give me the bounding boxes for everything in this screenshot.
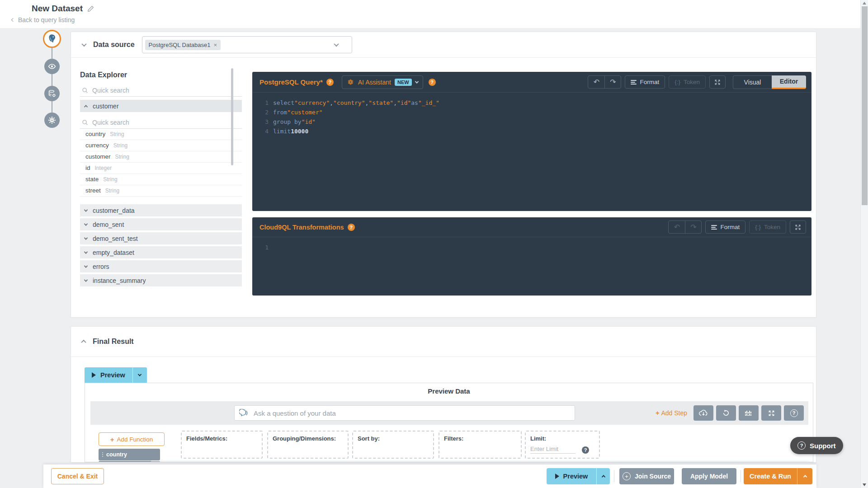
visual-editor-toggle: Visual Editor	[733, 75, 806, 89]
explorer-scrollbar[interactable]	[231, 68, 233, 165]
edit-pencil-icon[interactable]	[87, 5, 94, 12]
datasource-select[interactable]: PostgreSQL Database1 ×	[142, 36, 352, 53]
join-source-label: Join Source	[635, 473, 671, 480]
undo-icon[interactable]: ↶	[669, 221, 685, 233]
field-row-customer[interactable]: customer String	[80, 151, 242, 163]
help-icon[interactable]: ?	[326, 79, 334, 86]
tab-editor[interactable]: Editor	[772, 75, 806, 89]
fullscreen-button[interactable]	[790, 221, 806, 234]
fullscreen-button[interactable]	[709, 75, 726, 89]
rail-step-settings[interactable]	[44, 113, 60, 128]
token-button[interactable]: {:} Token	[669, 75, 706, 89]
field-row-state[interactable]: state String	[80, 174, 242, 185]
rail-step-datasource-postgresql[interactable]	[43, 30, 61, 48]
token-button[interactable]: {:} Token	[749, 221, 786, 234]
undo-icon[interactable]: ↶	[588, 76, 604, 88]
field-type: String	[113, 142, 127, 149]
scroll-up-arrow-icon[interactable]	[863, 2, 866, 5]
field-row-street[interactable]: street String	[80, 185, 242, 197]
help-button[interactable]: ?	[784, 405, 804, 421]
field-name: state	[85, 176, 99, 183]
sql-code-editor[interactable]: 1select "currency", "country", "state", …	[252, 93, 811, 136]
page-scrollbar[interactable]	[860, 0, 868, 488]
preview-toolbar-strip: + Add Step	[90, 401, 808, 425]
fullscreen-button[interactable]	[761, 405, 781, 421]
ai-assistant-button[interactable]: AI Assistant NEW	[342, 75, 423, 89]
expand-chevron-icon	[84, 222, 88, 225]
back-to-query-listing-link[interactable]: Back to query listing	[12, 16, 75, 23]
tab-visual[interactable]: Visual	[733, 75, 772, 89]
refresh-button[interactable]	[716, 405, 736, 421]
table-row-demo_sent_test[interactable]: demo_sent_test	[80, 232, 242, 244]
remove-tag-icon[interactable]: ×	[213, 42, 217, 48]
chart-button[interactable]	[739, 405, 759, 421]
table-row-customer_data[interactable]: customer_data	[80, 204, 242, 216]
code-token: from	[273, 108, 287, 117]
expand-chevron-icon	[84, 208, 88, 211]
code-token: 10000	[291, 127, 308, 136]
sql-panel-title-text: PostgreSQL Query*	[259, 78, 323, 86]
expand-chevron-icon	[84, 236, 88, 239]
limit-help-icon[interactable]: ?	[582, 446, 589, 454]
explorer-inner-search[interactable]	[80, 116, 242, 129]
divider	[71, 357, 816, 357]
explorer-inner-search-input[interactable]	[92, 119, 219, 126]
code-token: "id"	[302, 117, 316, 127]
transformations-header: Cloud9QL Transformations ? ↶ ↷ Format {:…	[252, 217, 811, 237]
create-run-split-button[interactable]: Create & Run	[744, 468, 812, 484]
sql-toolbar: ↶ ↷ Format {:} Token	[588, 75, 806, 89]
transformations-code-editor[interactable]: 1	[252, 237, 811, 252]
drop-zone-grouping-dimensions: Grouping/Dimensions:	[267, 431, 349, 459]
ask-question-box[interactable]	[234, 405, 575, 421]
preview-split-button[interactable]: Preview	[85, 367, 147, 383]
table-row-empty_dataset[interactable]: empty_dataset	[80, 246, 242, 258]
chart-icon	[745, 410, 753, 416]
create-run-options[interactable]	[797, 468, 812, 484]
explorer-search-input[interactable]	[92, 87, 219, 94]
collapse-chevron-icon	[84, 105, 88, 108]
expand-icon	[795, 224, 801, 230]
add-function-button[interactable]: + Add Function	[99, 432, 165, 446]
table-row-demo_sent[interactable]: demo_sent	[80, 218, 242, 230]
format-button[interactable]: Format	[705, 221, 745, 234]
top-bar: New Dataset Back to query listing	[0, 0, 860, 28]
table-row-errors[interactable]: errors	[80, 260, 242, 272]
preview-options-dropdown[interactable]	[132, 367, 147, 383]
field-row-country[interactable]: country String	[80, 129, 242, 140]
new-badge: NEW	[395, 79, 412, 86]
cancel-exit-button[interactable]: Cancel & Exit	[51, 468, 104, 484]
ask-question-input[interactable]	[254, 409, 570, 417]
final-result-header: Final Result	[71, 327, 816, 346]
support-button[interactable]: ? Support	[790, 437, 843, 454]
limit-input[interactable]	[530, 445, 576, 454]
ai-help-icon[interactable]: ?	[429, 79, 436, 86]
expand-icon	[714, 79, 721, 85]
redo-icon[interactable]: ↷	[685, 221, 701, 233]
help-icon[interactable]: ?	[348, 224, 355, 231]
field-chip-country[interactable]: country	[99, 449, 160, 460]
format-button[interactable]: Format	[625, 75, 665, 89]
add-step-button[interactable]: + Add Step	[656, 409, 687, 417]
data-explorer-title: Data Explorer	[80, 71, 242, 80]
scroll-down-arrow-icon[interactable]	[863, 483, 866, 486]
table-row-instance_summary[interactable]: instance_summary	[80, 274, 242, 286]
field-row-currency[interactable]: currency String	[80, 140, 242, 151]
join-source-button[interactable]: + Join Source	[619, 468, 674, 484]
rail-step-preview[interactable]	[44, 59, 60, 74]
redo-icon[interactable]: ↷	[604, 76, 621, 88]
apply-model-label: Apply Model	[690, 473, 728, 480]
footer-preview-options[interactable]	[596, 468, 610, 484]
explorer-search[interactable]	[80, 84, 242, 97]
field-row-id[interactable]: id Integer	[80, 163, 242, 174]
collapse-chevron-icon[interactable]	[81, 340, 86, 345]
drop-zone-limit: Limit: ?	[525, 431, 600, 459]
line-number: 1	[259, 98, 269, 108]
datasource-collapse-chevron-icon[interactable]	[81, 42, 86, 47]
drop-zone-label: Filters:	[444, 435, 463, 442]
apply-model-button[interactable]: Apply Model	[682, 468, 736, 484]
scrollbar-thumb[interactable]	[862, 6, 868, 205]
rail-step-data-settings[interactable]	[44, 86, 60, 101]
footer-preview-split-button[interactable]: Preview	[547, 468, 610, 484]
download-button[interactable]	[693, 405, 713, 421]
table-row-customer[interactable]: customer	[80, 100, 242, 112]
